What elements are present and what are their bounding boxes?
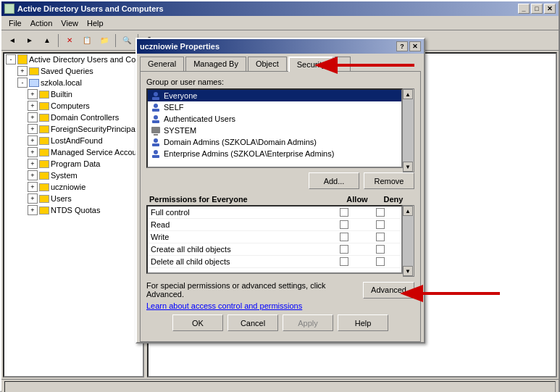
menu-help[interactable]: Help xyxy=(83,17,108,29)
tree-expand-system[interactable]: + xyxy=(28,170,38,180)
checkbox-full-allow[interactable] xyxy=(340,208,348,217)
tree-item-program-data[interactable]: + Program Data xyxy=(4,158,143,170)
up-button[interactable]: ▲ xyxy=(39,33,55,49)
tree-item-lost[interactable]: + LostAndFound xyxy=(4,135,143,146)
back-button[interactable]: ◄ xyxy=(4,33,20,49)
tree-item-managed[interactable]: + Managed Service Accou xyxy=(4,146,143,158)
help-button[interactable]: Help xyxy=(338,314,388,331)
tree-item-foreign[interactable]: + ForeignSecurityPrincipal xyxy=(4,123,143,135)
toolbar-btn-paste[interactable]: 📁 xyxy=(96,33,112,49)
tree-expand-foreign[interactable]: + xyxy=(28,124,38,134)
dialog-close-button[interactable]: ✕ xyxy=(409,41,421,51)
learn-link[interactable]: Learn about access control and permissio… xyxy=(146,301,302,310)
list-item-system[interactable]: SYSTEM xyxy=(148,125,401,136)
perms-scroll-down[interactable]: ▼ xyxy=(403,266,413,276)
tree-item-uczniowie[interactable]: + uczniowie xyxy=(4,181,143,193)
checkbox-delete-deny[interactable] xyxy=(376,257,385,266)
tree-icon-lost xyxy=(39,137,49,145)
toolbar-btn-x[interactable]: ✕ xyxy=(62,33,78,49)
perm-create-allow-check[interactable] xyxy=(326,245,362,254)
forward-button[interactable]: ► xyxy=(22,33,38,49)
perm-delete-deny-check[interactable] xyxy=(362,257,398,266)
user-icon-self xyxy=(151,102,161,112)
ok-button[interactable]: OK xyxy=(172,314,223,331)
scroll-up-btn[interactable]: ▲ xyxy=(403,89,413,99)
menu-action[interactable]: Action xyxy=(26,17,57,29)
checkbox-full-deny[interactable] xyxy=(376,208,385,217)
perm-delete-allow-check[interactable] xyxy=(326,257,362,266)
tree-label-uczniowie: uczniowie xyxy=(51,183,85,191)
tree-item-users[interactable]: + Users xyxy=(4,193,143,204)
perms-scrollbar[interactable]: ▲ ▼ xyxy=(403,205,414,277)
tree-expand-computers[interactable]: + xyxy=(28,101,38,111)
perm-read-label: Read xyxy=(151,220,326,229)
toolbar-btn-search[interactable]: 🔍 xyxy=(119,33,135,49)
list-item-auth-users[interactable]: Authenticated Users xyxy=(148,113,401,125)
checkbox-create-deny[interactable] xyxy=(376,245,385,254)
menu-bar: File Action View Help xyxy=(1,16,559,30)
list-item-self[interactable]: SELF xyxy=(148,101,401,113)
tree-expand-uczniowie[interactable]: + xyxy=(28,182,38,192)
menu-view[interactable]: View xyxy=(57,17,83,29)
perm-create-deny-check[interactable] xyxy=(362,245,398,254)
tree-expand-managed[interactable]: + xyxy=(28,147,38,157)
perm-read-deny-check[interactable] xyxy=(362,220,398,229)
user-list[interactable]: Everyone SELF Authen xyxy=(146,88,403,168)
perm-full-deny-check[interactable] xyxy=(362,208,398,217)
checkbox-read-deny[interactable] xyxy=(376,220,385,229)
perm-write-deny-check[interactable] xyxy=(362,233,398,241)
tree-item-domain-controllers[interactable]: + Domain Controllers xyxy=(4,112,143,123)
tree-expand-root[interactable]: - xyxy=(6,54,16,64)
advanced-button[interactable]: Advanced xyxy=(363,282,414,299)
checkbox-write-deny[interactable] xyxy=(376,233,385,241)
add-button[interactable]: Add... xyxy=(309,172,359,189)
tree-expand-builtin[interactable]: + xyxy=(28,89,38,99)
perm-read-allow-check[interactable] xyxy=(326,220,362,229)
tab-general[interactable]: General xyxy=(140,57,184,71)
group-icon-ea xyxy=(151,149,161,159)
tree-expand-szkola[interactable]: - xyxy=(17,78,28,88)
perm-write-allow-check[interactable] xyxy=(326,233,362,241)
tab-managed-by[interactable]: Managed By xyxy=(185,57,246,71)
checkbox-read-allow[interactable] xyxy=(340,220,348,229)
list-item-everyone[interactable]: Everyone xyxy=(148,90,401,101)
list-scrollbar[interactable]: ▲ ▼ xyxy=(403,88,414,172)
checkbox-write-allow[interactable] xyxy=(340,233,348,241)
toolbar-separator-1 xyxy=(58,34,59,47)
tree-item-ntds[interactable]: + NTDS Quotas xyxy=(4,204,143,216)
tree-expand-lost[interactable]: + xyxy=(28,135,38,146)
remove-button[interactable]: Remove xyxy=(364,172,414,189)
perm-row-create: Create all child objects xyxy=(148,243,401,256)
tree-expand-ntds[interactable]: + xyxy=(28,205,38,215)
dialog-help-button[interactable]: ? xyxy=(396,41,408,51)
tree-expand-saved[interactable]: + xyxy=(17,66,28,76)
tab-security[interactable]: Security xyxy=(288,57,334,72)
close-button[interactable]: ✕ xyxy=(544,4,556,14)
tree-expand-pd[interactable]: + xyxy=(28,159,38,169)
tree-item-builtin[interactable]: + Builtin xyxy=(4,88,143,100)
tree-item-saved-queries[interactable]: + Saved Queries xyxy=(4,65,143,77)
checkbox-delete-allow[interactable] xyxy=(340,257,348,266)
checkbox-create-allow[interactable] xyxy=(340,245,348,254)
tree-root[interactable]: - Active Directory Users and Com xyxy=(4,54,143,65)
perm-full-allow-check[interactable] xyxy=(326,208,362,217)
tree-item-system[interactable]: + System xyxy=(4,170,143,181)
cancel-button[interactable]: Cancel xyxy=(227,314,278,331)
tree-expand-users[interactable]: + xyxy=(28,193,38,204)
tree-expand-dc[interactable]: + xyxy=(28,112,38,122)
perms-scroll-up[interactable]: ▲ xyxy=(403,206,413,216)
toolbar-btn-copy[interactable]: 📋 xyxy=(79,33,95,49)
tree-item-computers[interactable]: + Computers xyxy=(4,100,143,112)
tree-item-szkola[interactable]: - szkola.local xyxy=(4,77,143,88)
maximize-button[interactable]: □ xyxy=(531,4,543,14)
list-item-enterprise-admins[interactable]: Enterprise Admins (SZKOLA\Enterprise Adm… xyxy=(148,148,401,159)
add-remove-row: Add... Remove xyxy=(146,172,414,189)
apply-button[interactable]: Apply xyxy=(283,314,333,331)
menu-file[interactable]: File xyxy=(4,17,26,29)
list-item-domain-admins[interactable]: Domain Admins (SZKOLA\Domain Admins) xyxy=(148,136,401,148)
scroll-down-btn[interactable]: ▼ xyxy=(403,162,413,172)
tab-extra[interactable] xyxy=(335,57,351,71)
tree-icon-builtin xyxy=(39,91,49,99)
tab-object[interactable]: Object xyxy=(248,57,287,71)
minimize-button[interactable]: _ xyxy=(518,4,530,14)
